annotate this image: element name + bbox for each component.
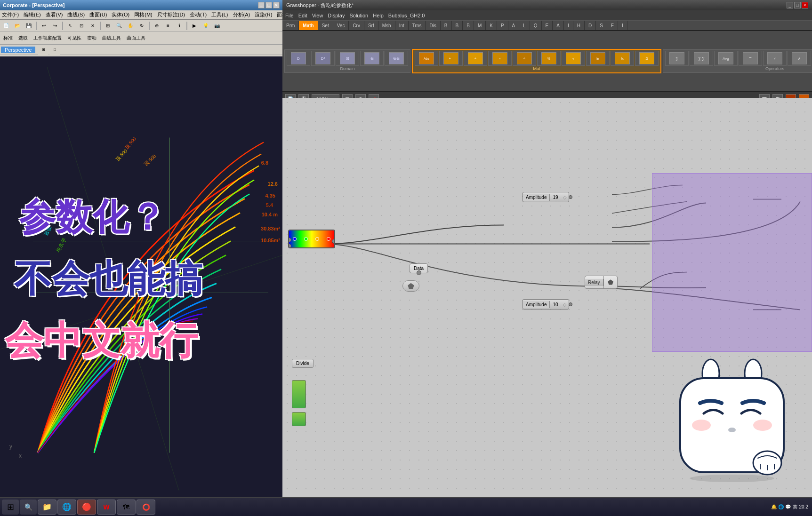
tab-a2[interactable]: A <box>553 21 564 30</box>
tab-q[interactable]: Q <box>530 21 542 30</box>
menu-dim[interactable]: 尺寸标注(D) <box>157 11 185 18</box>
tb-deselect[interactable]: ✕ <box>88 21 98 31</box>
tb-zoom-ext[interactable]: ⊞ <box>103 21 113 31</box>
tab-trns[interactable]: Trns <box>409 21 426 30</box>
comp-op1[interactable]: ∑ <box>665 51 689 66</box>
menu-tools[interactable]: 工具(L) <box>211 11 228 18</box>
comp-domain4[interactable]: ∈ <box>360 51 384 66</box>
tb2-visible[interactable]: 可见性 <box>65 33 84 43</box>
menu-panel[interactable]: 面板(P) <box>277 11 282 18</box>
tab-msh[interactable]: Msh <box>378 21 395 30</box>
gh-menu-bubalus[interactable]: Bubalus_GH2.0 <box>388 13 425 18</box>
comp-mat7[interactable]: √ <box>562 51 585 66</box>
maximize-button[interactable]: □ <box>265 2 272 8</box>
gh-green-comp-2[interactable] <box>292 412 306 426</box>
tab-p[interactable]: P <box>497 21 508 30</box>
gh-close[interactable]: × <box>802 2 808 8</box>
tab-i[interactable]: I <box>564 21 573 30</box>
tab-vec[interactable]: Vec <box>333 21 349 30</box>
gh-maximize[interactable]: □ <box>794 2 801 8</box>
tab-i2[interactable]: I <box>618 21 627 30</box>
tab-a[interactable]: A <box>508 21 520 30</box>
gh-relay-node-right[interactable]: Relay ⬟ <box>585 276 618 289</box>
tab-b3[interactable]: B <box>463 21 474 30</box>
tab-e[interactable]: E <box>542 21 553 30</box>
menu-edit[interactable]: 编辑(E) <box>24 11 41 18</box>
menu-curve[interactable]: 曲线(S) <box>67 11 85 18</box>
tab-l[interactable]: L <box>519 21 530 30</box>
tb-undo[interactable]: ↩ <box>39 21 49 31</box>
minimize-button[interactable]: _ <box>258 2 265 8</box>
comp-mat10[interactable]: ≦ <box>635 51 659 66</box>
gh-menu-file[interactable]: File <box>285 13 294 18</box>
tb-properties[interactable]: ℹ <box>174 21 185 31</box>
taskbar-circle[interactable]: ⭕ <box>137 500 155 515</box>
tb2-std[interactable]: 标准 <box>1 33 15 43</box>
menu-mesh[interactable]: 网格(M) <box>134 11 153 18</box>
comp-mat8[interactable]: ln <box>586 51 610 66</box>
comp-mat9[interactable]: !x <box>611 51 634 66</box>
tb-zoom-in[interactable]: 🔍 <box>114 21 124 31</box>
close-button[interactable]: × <box>273 2 280 8</box>
tb-light[interactable]: 💡 <box>201 21 211 31</box>
comp-mat3[interactable]: ÷ <box>464 51 487 66</box>
gh-green-comp-1[interactable] <box>292 380 306 408</box>
taskbar-maps[interactable]: 🗺 <box>117 500 136 515</box>
tb-camera[interactable]: 📷 <box>212 21 222 31</box>
tb-window-select[interactable]: ⊡ <box>76 21 87 31</box>
gh-canvas[interactable]: Data ⬟ Amplitude 19 ◇ Relay ⬟ <box>282 98 812 503</box>
gh-menu-display[interactable]: Display <box>328 13 345 18</box>
comp-op4[interactable]: = <box>739 51 762 66</box>
tab-set[interactable]: Set <box>318 21 333 30</box>
menu-view[interactable]: 查看(V) <box>46 11 63 18</box>
gh-amplitude-node-1[interactable]: Amplitude 19 ◇ <box>523 192 569 202</box>
tab-k[interactable]: K <box>486 21 497 30</box>
search-button[interactable]: 🔍 <box>20 500 37 515</box>
tb3-view2[interactable]: □ <box>49 45 60 55</box>
comp-mat1[interactable]: Abs <box>415 51 438 66</box>
tb-select[interactable]: ↖ <box>65 21 75 31</box>
comp-domain5[interactable]: ∈∈ <box>385 51 408 66</box>
tb-pan[interactable]: ✋ <box>125 21 136 31</box>
tb-save[interactable]: 💾 <box>24 21 34 31</box>
comp-mat2[interactable]: + - <box>439 51 463 66</box>
comp-op6[interactable]: ∧ <box>788 51 811 66</box>
menu-solid[interactable]: 实体(O) <box>112 11 129 18</box>
tab-crv[interactable]: Crv <box>349 21 364 30</box>
tb-snap[interactable]: ⊕ <box>152 21 162 31</box>
tb-redo[interactable]: ↪ <box>50 21 60 31</box>
tb2-curve-tools[interactable]: 曲线工具 <box>100 33 123 43</box>
comp-mat4[interactable]: × <box>488 51 512 66</box>
gh-divider-node[interactable]: Divide <box>292 359 314 368</box>
taskbar-browser[interactable]: 🌐 <box>57 500 76 515</box>
taskbar-wps[interactable]: W <box>97 500 116 515</box>
start-button[interactable]: ⊞ <box>2 500 19 515</box>
tab-b2[interactable]: B <box>452 21 463 30</box>
comp-domain2[interactable]: D² <box>311 51 335 66</box>
tb2-viewport[interactable]: 工作视窗配置 <box>31 33 64 43</box>
comp-mat5[interactable]: ^ <box>513 51 536 66</box>
tab-m[interactable]: M <box>474 21 486 30</box>
menu-render[interactable]: 渲染(R) <box>255 11 272 18</box>
gh-relay-component[interactable]: ⬟ <box>402 280 419 292</box>
tab-d[interactable]: D <box>585 21 596 30</box>
gh-minimize[interactable]: _ <box>787 2 793 8</box>
taskbar-app3[interactable]: 🔴 <box>77 500 96 515</box>
tab-dis[interactable]: Dis <box>426 21 440 30</box>
tb2-surface-tools[interactable]: 曲面工具 <box>124 33 148 43</box>
tb3-view1[interactable]: ⊞ <box>38 45 48 55</box>
menu-file[interactable]: 文件(F) <box>2 11 19 18</box>
perspective-tab[interactable]: Perspective <box>1 47 35 53</box>
tab-b1[interactable]: B <box>441 21 452 30</box>
tb2-transform[interactable]: 变动 <box>85 33 99 43</box>
tb2-select[interactable]: 选取 <box>16 33 30 43</box>
tb-rotate[interactable]: ↻ <box>137 21 147 31</box>
comp-op5[interactable]: ≠ <box>763 51 787 66</box>
comp-mat6[interactable]: % <box>537 51 561 66</box>
gh-amplitude-node-2[interactable]: Amplitude 10 ◇ <box>523 299 569 310</box>
gh-menu-help[interactable]: Help <box>373 13 384 18</box>
tab-s[interactable]: S <box>596 21 607 30</box>
comp-domain3[interactable]: ⊡ <box>336 51 359 66</box>
gh-menu-solution[interactable]: Solution <box>349 13 368 18</box>
menu-surface[interactable]: 曲面(U) <box>89 11 107 18</box>
